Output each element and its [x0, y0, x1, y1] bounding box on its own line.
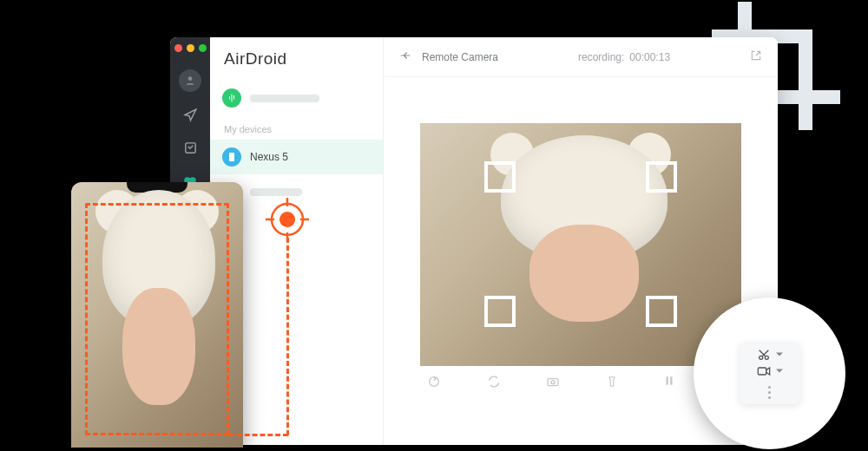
svg-rect-14 [671, 376, 673, 384]
snip-button[interactable] [757, 348, 783, 362]
back-icon[interactable] [399, 49, 411, 64]
svg-point-12 [551, 380, 555, 383]
device-name-placeholder [250, 95, 319, 102]
record-button[interactable] [757, 365, 783, 377]
section-label: My devices [210, 115, 383, 140]
files-icon[interactable] [180, 137, 201, 158]
svg-rect-11 [548, 378, 558, 385]
popout-icon[interactable] [750, 49, 762, 64]
brand-label: AirDroid [210, 46, 383, 81]
camera-feed[interactable] [420, 123, 741, 366]
maximize-icon[interactable] [199, 44, 207, 52]
app-window: AirDroid My devices Nexus 5 Remo [170, 37, 778, 445]
pause-icon[interactable] [663, 375, 675, 391]
main-header: Remote Camera recording: 00:00:13 [384, 37, 778, 77]
more-icon[interactable] [768, 386, 771, 399]
send-icon[interactable] [180, 104, 201, 125]
device-name: Nexus 5 [250, 151, 288, 163]
minimize-icon[interactable] [187, 44, 194, 52]
flashlight-icon[interactable] [606, 375, 618, 391]
recording-status: recording: 00:00:13 [578, 51, 670, 63]
rotate-icon[interactable] [427, 375, 441, 391]
tool-menu [740, 343, 800, 404]
svg-rect-8 [229, 153, 234, 161]
camera-icon[interactable] [546, 375, 560, 391]
phone-mock [71, 182, 243, 448]
svg-rect-23 [758, 368, 766, 375]
connector-line [229, 434, 288, 436]
close-icon[interactable] [174, 44, 182, 52]
phone-icon [222, 147, 241, 167]
svg-point-4 [188, 76, 193, 81]
svg-point-10 [430, 376, 439, 386]
device-row[interactable]: Nexus 5 [210, 140, 383, 174]
avatar[interactable] [179, 69, 201, 92]
window-controls[interactable] [174, 44, 207, 52]
switch-camera-icon[interactable] [487, 375, 501, 391]
focus-frame [484, 161, 677, 326]
device-name-placeholder [250, 188, 302, 196]
zoom-callout [694, 297, 845, 449]
svg-rect-13 [667, 376, 668, 384]
cactus-icon [222, 88, 241, 108]
device-row[interactable] [210, 81, 383, 115]
connector-line [286, 238, 289, 435]
page-title: Remote Camera [422, 51, 498, 63]
